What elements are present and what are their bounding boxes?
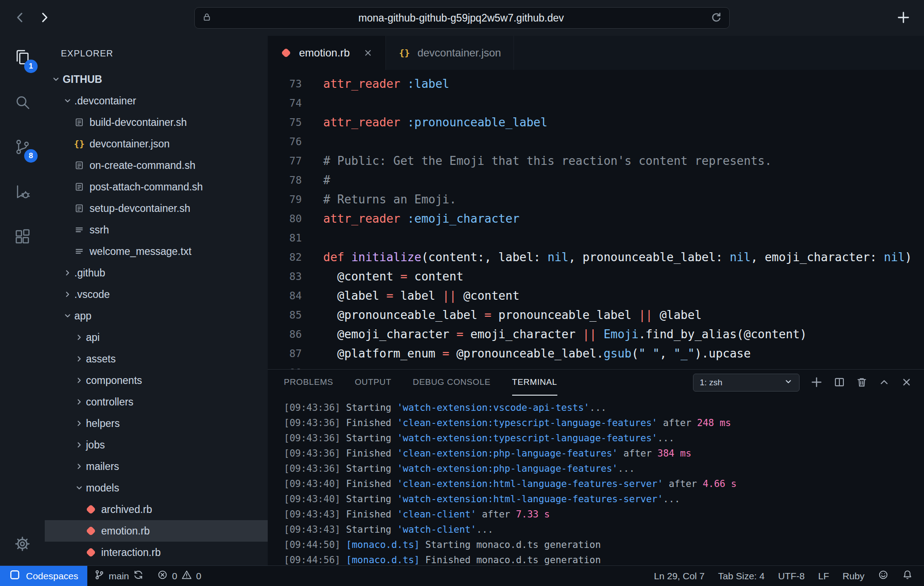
code-editor[interactable]: 73attr_reader :label7475attr_reader :pro… bbox=[268, 70, 924, 369]
chevron-right-icon bbox=[73, 440, 86, 449]
close-panel-button[interactable] bbox=[901, 376, 912, 389]
tree-item-label: ssrh bbox=[90, 224, 109, 236]
tree-item-label: welcome_message.txt bbox=[90, 246, 192, 258]
line-number: 77 bbox=[268, 151, 302, 171]
tree-item-label: post-attach-command.sh bbox=[90, 181, 203, 193]
settings-button[interactable] bbox=[12, 534, 33, 556]
tree-item-label: setup-devcontainer.sh bbox=[90, 203, 190, 215]
line-number: 73 bbox=[268, 74, 302, 94]
tree-file-ssrh[interactable]: ssrh bbox=[45, 219, 268, 241]
branch-indicator[interactable]: main bbox=[87, 566, 151, 586]
terminal-shell-select[interactable]: 1: zsh bbox=[693, 374, 800, 392]
line-number: 75 bbox=[268, 113, 302, 132]
feedback-button[interactable] bbox=[871, 566, 895, 586]
chevron-right-icon bbox=[73, 397, 86, 406]
tree-item-label: .vscode bbox=[74, 289, 110, 301]
code-line-77: 77# Public: Get the Emoji that this reac… bbox=[268, 151, 924, 171]
code-line-83: 83 @content = content bbox=[268, 267, 924, 286]
tree-file-build-devcontainer-sh[interactable]: build-devcontainer.sh bbox=[45, 112, 268, 133]
chevron-down-icon bbox=[49, 75, 63, 84]
source-control-view-button[interactable]: 8 bbox=[12, 137, 33, 159]
encoding-indicator[interactable]: UTF-8 bbox=[771, 566, 812, 586]
tree-folder-devcontainer[interactable]: .devcontainer bbox=[45, 90, 268, 112]
kill-terminal-button[interactable] bbox=[856, 376, 868, 389]
tree-file-devcontainer-json[interactable]: {}devcontainer.json bbox=[45, 133, 268, 155]
chevron-right-icon bbox=[73, 354, 86, 363]
bottom-panel: PROBLEMSOUTPUTDEBUG CONSOLETERMINAL 1: z… bbox=[268, 369, 924, 565]
terminal-line: [09:43:36] Finished 'clean-extension:typ… bbox=[284, 415, 924, 431]
code-line-87: 87 @platform_enum = @pronounceable_label… bbox=[268, 344, 924, 363]
tree-folder-api[interactable]: api bbox=[45, 327, 268, 348]
language-indicator[interactable]: Ruby bbox=[836, 566, 871, 586]
tree-folder-components[interactable]: components bbox=[45, 370, 268, 391]
tree-item-label: build-devcontainer.sh bbox=[90, 116, 187, 129]
indentation-indicator[interactable]: Tab Size: 4 bbox=[711, 566, 771, 586]
chevron-down-icon bbox=[61, 96, 74, 105]
run-debug-view-button[interactable] bbox=[12, 182, 33, 203]
run-debug-icon bbox=[13, 183, 31, 203]
tree-file-post-attach-command-sh[interactable]: post-attach-command.sh bbox=[45, 176, 268, 198]
new-tab-button[interactable] bbox=[896, 10, 911, 26]
tree-folder-models[interactable]: models bbox=[45, 477, 268, 499]
split-icon bbox=[834, 376, 845, 389]
tree-folder-controllers[interactable]: controllers bbox=[45, 391, 268, 413]
extensions-view-button[interactable] bbox=[12, 227, 33, 248]
terminal-output[interactable]: [09:43:36] Starting 'watch-extension:vsc… bbox=[268, 396, 924, 565]
tree-folder-helpers[interactable]: helpers bbox=[45, 413, 268, 434]
tree-item-label: api bbox=[86, 332, 100, 344]
plus-icon bbox=[896, 10, 911, 26]
chevron-right-icon bbox=[61, 290, 74, 299]
chevron-right-icon bbox=[73, 419, 86, 428]
tree-folder-mailers[interactable]: mailers bbox=[45, 456, 268, 477]
explorer-sidebar: EXPLORER GITHUB.devcontainerbuild-devcon… bbox=[45, 36, 268, 565]
tree-file-welcome-message-txt[interactable]: welcome_message.txt bbox=[45, 241, 268, 262]
problems-indicator[interactable]: 0 0 bbox=[150, 566, 208, 586]
close-tab-button[interactable] bbox=[363, 48, 373, 58]
tab-emotion-rb[interactable]: emotion.rb bbox=[268, 36, 386, 70]
json-file-icon: {} bbox=[73, 138, 86, 149]
panel-tab-output[interactable]: OUTPUT bbox=[355, 370, 391, 396]
tree-folder-jobs[interactable]: jobs bbox=[45, 434, 268, 456]
terminal-line: [09:44:56] [monaco.d.ts] Finished monaco… bbox=[284, 552, 924, 565]
maximize-panel-button[interactable] bbox=[878, 376, 890, 389]
sidebar-title: EXPLORER bbox=[45, 36, 268, 69]
panel-tab-debug-console[interactable]: DEBUG CONSOLE bbox=[413, 370, 491, 396]
new-terminal-button[interactable] bbox=[810, 376, 823, 390]
forward-button[interactable] bbox=[38, 11, 51, 26]
tree-folder-assets[interactable]: assets bbox=[45, 348, 268, 370]
explorer-view-button[interactable]: 1 bbox=[12, 47, 33, 69]
url-bar[interactable]: mona-github-github-g59jpq2w5w7.github.de… bbox=[194, 7, 730, 29]
tree-folder-app[interactable]: app bbox=[45, 305, 268, 327]
terminal-line: [09:44:50] [monaco.d.ts] Starting monaco… bbox=[284, 537, 924, 552]
split-terminal-button[interactable] bbox=[834, 376, 845, 389]
tree-item-label: on-create-command.sh bbox=[90, 159, 196, 172]
panel-tab-terminal[interactable]: TERMINAL bbox=[512, 370, 557, 396]
tree-folder-github[interactable]: GITHUB bbox=[45, 69, 268, 90]
tree-item-label: devcontainer.json bbox=[90, 138, 170, 150]
notifications-button[interactable] bbox=[895, 566, 920, 586]
browser-chrome: mona-github-github-g59jpq2w5w7.github.de… bbox=[0, 0, 924, 36]
panel-tab-problems[interactable]: PROBLEMS bbox=[284, 370, 333, 396]
sh-file-icon bbox=[73, 160, 86, 170]
tree-file-interaction-rb[interactable]: interaction.rb bbox=[45, 542, 268, 563]
tree-file-setup-devcontainer-sh[interactable]: setup-devcontainer.sh bbox=[45, 198, 268, 219]
code-lines: 73attr_reader :label7475attr_reader :pro… bbox=[268, 74, 924, 369]
eol-indicator[interactable]: LF bbox=[811, 566, 836, 586]
code-line-82: 82def initialize(content:, label: nil, p… bbox=[268, 248, 924, 267]
bell-icon bbox=[902, 569, 913, 582]
tab-devcontainer-json[interactable]: {}devcontainer.json bbox=[386, 36, 514, 70]
extensions-icon bbox=[13, 228, 31, 247]
tree-item-label: jobs bbox=[86, 439, 105, 451]
reload-button[interactable] bbox=[710, 12, 722, 25]
tree-folder-github[interactable]: .github bbox=[45, 262, 268, 284]
tree-file-emotion-rb[interactable]: emotion.rb bbox=[45, 520, 268, 542]
codespaces-indicator[interactable]: Codespaces bbox=[0, 566, 87, 586]
tree-file-archived-rb[interactable]: archived.rb bbox=[45, 499, 268, 520]
back-button[interactable] bbox=[13, 11, 27, 26]
tree-folder-vscode[interactable]: .vscode bbox=[45, 284, 268, 305]
tree-file-on-create-command-sh[interactable]: on-create-command.sh bbox=[45, 155, 268, 176]
search-view-button[interactable] bbox=[12, 92, 33, 114]
cursor-position[interactable]: Ln 29, Col 7 bbox=[647, 566, 711, 586]
file-tree: GITHUB.devcontainerbuild-devcontainer.sh… bbox=[45, 69, 268, 565]
line-number: 88 bbox=[268, 363, 302, 369]
